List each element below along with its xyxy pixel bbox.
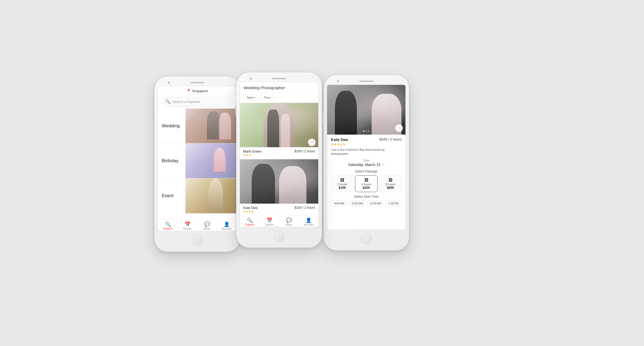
photographer-price-2: $100 / 2 hours: [294, 206, 315, 210]
events-label-2: Events: [265, 223, 273, 226]
front-camera-3: [337, 80, 339, 82]
time-label: Select Start Time: [331, 195, 402, 199]
package-hours-3: 8 hours: [381, 183, 400, 186]
date-section: Date Saturday, March 31 ✏: [331, 159, 402, 167]
filter-price-label: Price: [264, 96, 270, 99]
photographer-stars-2: ★★★★: [243, 210, 258, 213]
hero-photo: ♡: [327, 85, 405, 135]
nav-explore-2[interactable]: 🔍 Explore: [240, 218, 259, 226]
title-row: Kate Dee $100 / 2 hours: [331, 137, 402, 142]
inbox-icon: 💬: [204, 222, 210, 227]
phone-top-bar: [158, 81, 237, 86]
photographer-price-detail: $100 / 2 hours: [379, 137, 402, 141]
home-button-1[interactable]: [192, 234, 203, 246]
phone-list: Wedding Photographer Style ▾ Price: [236, 72, 322, 248]
explore-label: Explore: [163, 227, 173, 230]
location-header: 📍 Singapore: [158, 86, 236, 95]
package-hours-2: 4 hours: [357, 183, 376, 186]
time-slots: 9:00 AM 10:00 AM 11:00 AM 1:30 PM: [331, 200, 402, 207]
explore-icon-2: 🔍: [247, 218, 253, 223]
package-price-2: $200: [357, 186, 376, 190]
category-wedding[interactable]: Wedding: [158, 109, 236, 143]
category-label-birthday: Birthday: [162, 158, 178, 164]
side-button-left: [153, 109, 154, 120]
account-icon: 👤: [224, 222, 230, 227]
photographer-photo-2: [240, 159, 318, 204]
package-2h[interactable]: 🖼 2 hours $100: [331, 175, 353, 192]
date-text: Saturday, March 31: [348, 163, 380, 167]
heart-button-1[interactable]: ♡: [308, 139, 316, 146]
photographer-price-1: $100 / 2 hours: [294, 149, 315, 153]
explore-icon: 🔍: [165, 222, 171, 227]
edit-date-icon[interactable]: ✏: [382, 163, 385, 166]
nav-explore[interactable]: 🔍 Explore: [158, 222, 178, 230]
category-birthday[interactable]: Birthday: [158, 143, 236, 178]
phone-explore: 📍 Singapore 🔍 Search a keyword: [154, 76, 240, 252]
filter-style-label: Style: [247, 96, 253, 99]
search-placeholder: Search a keyword: [172, 100, 200, 104]
nav-events-2[interactable]: 📅 Events: [259, 218, 279, 226]
phone-detail: ♡ Kate Dee $100 / 2 hours: [323, 75, 409, 250]
category-label-wedding: Wedding: [162, 123, 180, 129]
package-icon-3: 🖼: [381, 178, 400, 182]
inbox-label: Inbox: [204, 227, 210, 230]
photographer-card-2[interactable]: Kate Dee ★★★★ $100 / 2 hours: [240, 159, 318, 215]
bottom-nav-list: 🔍 Explore 📅 Events 💬 Inbox: [240, 215, 318, 227]
package-price-3: $800: [381, 186, 400, 190]
bottom-nav-explore: 🔍 Explore 📅 Events 💬 Inbox: [158, 219, 236, 231]
front-camera: [168, 82, 170, 84]
filter-style[interactable]: Style ▾: [243, 95, 259, 100]
package-4h[interactable]: 🖼 4 hours $200: [355, 175, 378, 192]
explore-label-2: Explore: [245, 223, 254, 226]
hero-heart-button[interactable]: ♡: [395, 124, 403, 132]
nav-account-2[interactable]: 👤 Account: [299, 218, 318, 226]
search-bar[interactable]: 🔍 Search a keyword: [161, 97, 233, 106]
speaker: [190, 82, 204, 83]
explore-screen: 📍 Singapore 🔍 Search a keyword: [158, 86, 237, 231]
nav-inbox-2[interactable]: 💬 Inbox: [279, 218, 299, 226]
location-text: Singapore: [192, 89, 208, 93]
package-8h[interactable]: 🖼 8 hours $800: [379, 175, 402, 192]
phone-top-bar-3: [327, 80, 406, 85]
photographer-card-1[interactable]: ♡ Mark Green ★★★ $100 / 2 hours: [240, 103, 318, 159]
home-button-3[interactable]: [361, 233, 372, 244]
search-icon: 🔍: [165, 99, 171, 104]
filter-row: Style ▾ Price: [240, 92, 318, 103]
events-icon-2: 📅: [266, 218, 272, 223]
photographer-name-detail: Kate Dee: [331, 137, 348, 142]
card-info-1: Mark Green ★★★ $100 / 2 hours: [240, 147, 318, 159]
list-title: Wedding Photographer: [244, 85, 285, 90]
time-slot-1[interactable]: 9:00 AM: [331, 200, 347, 207]
phones-wrapper: 📍 Singapore 🔍 Search a keyword: [141, 66, 503, 280]
phone-bottom-2: [240, 227, 319, 243]
category-event[interactable]: Event: [158, 178, 236, 213]
list-screen: Wedding Photographer Style ▾ Price: [240, 82, 319, 227]
nav-inbox[interactable]: 💬 Inbox: [197, 222, 217, 230]
date-value: Saturday, March 31 ✏: [331, 163, 402, 167]
image-dots: [363, 131, 369, 132]
speaker-3: [359, 81, 373, 82]
phone-bottom-1: [158, 231, 237, 247]
package-price-1: $100: [333, 186, 352, 190]
side-button-right-3: [409, 113, 410, 128]
time-slot-2[interactable]: 10:00 AM: [349, 200, 366, 207]
photographer-desc: I am a San Francisco Bay Area based ng p…: [331, 148, 402, 156]
chevron-down-icon: ▾: [254, 96, 255, 99]
photographer-stars-detail: ★★★★★: [331, 142, 402, 146]
nav-events[interactable]: 📅 Events: [178, 222, 197, 230]
package-hours-1: 2 hours: [333, 183, 352, 186]
side-button-right-2: [322, 110, 323, 125]
dot-1: [363, 131, 365, 132]
packages-label: Select Package: [331, 170, 402, 173]
events-icon: 📅: [185, 222, 191, 227]
account-icon-2: 👤: [306, 218, 312, 223]
nav-account[interactable]: 👤 Account: [217, 222, 236, 230]
time-slot-3[interactable]: 11:00 AM: [367, 200, 384, 207]
time-slot-4[interactable]: 1:30 PM: [385, 200, 402, 207]
card-info-2: Kate Dee ★★★★ $100 / 2 hours: [240, 204, 318, 215]
inbox-icon-2: 💬: [286, 218, 292, 223]
package-icon-1: 🖼: [333, 178, 352, 182]
filter-price[interactable]: Price: [260, 95, 274, 100]
home-button-2[interactable]: [273, 230, 285, 242]
inbox-label-2: Inbox: [286, 223, 292, 226]
